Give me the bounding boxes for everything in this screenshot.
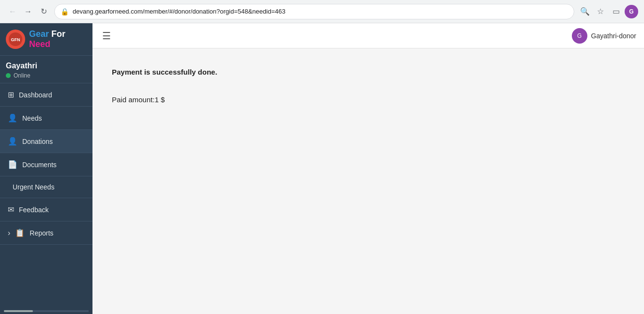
status-label: Online [14,72,31,79]
url-text: devang.gearforneed.com/member/#/donor/do… [73,8,285,15]
sidebar-scrollbar-thumb [4,310,33,312]
profile-avatar[interactable]: G [625,5,638,18]
sidebar-item-label: Donations [22,138,53,145]
sidebar-item-needs[interactable]: 👤 Needs [0,107,92,130]
logo-for: For [49,29,65,39]
dashboard-icon: ⊞ [8,90,14,99]
sidebar-item-label: Urgent Needs [13,183,54,191]
forward-button[interactable]: → [21,5,35,18]
documents-icon: 📄 [8,160,17,169]
browser-actions: 🔍 ☆ ▭ G [578,5,638,18]
sidebar-item-label: Needs [22,114,42,122]
needs-icon: 👤 [8,113,17,123]
main-content: ☰ G Gayathri-donor Payment is successful… [92,23,644,314]
hamburger-button[interactable]: ☰ [100,28,113,44]
payment-success-message: Payment is successfully done. [112,68,625,76]
nav-buttons: ← → ↻ [6,5,50,18]
sidebar-item-dashboard[interactable]: ⊞ Dashboard [0,83,92,107]
browser-chrome: ← → ↻ 🔒 devang.gearforneed.com/member/#/… [0,0,644,23]
status-dot [6,73,11,78]
topbar: ☰ G Gayathri-donor [92,23,644,48]
topbar-username: Gayathri-donor [591,32,636,40]
user-status: Online [6,72,87,79]
topbar-avatar: G [572,28,587,44]
user-name: Gayathri [6,62,87,70]
sidebar-item-reports[interactable]: › 📋 Reports [0,221,92,245]
sidebar-item-urgent-needs[interactable]: Urgent Needs [0,176,92,198]
sidebar-item-label: Dashboard [19,91,52,99]
logo-gear: Gear [29,29,49,39]
topbar-user: G Gayathri-donor [572,28,636,44]
reports-icon: 📋 [15,228,25,237]
sidebar-item-donations[interactable]: 👤 Donations [0,130,92,153]
sidebar-item-label: Reports [30,229,53,237]
sidebar-user: Gayathri Online [0,56,92,83]
logo-icon: GFN [6,30,25,49]
logo-text: Gear For Need [29,29,87,49]
sidebar-scrollbar[interactable] [4,310,89,312]
sidebar: GFN Gear For Need Gayathri Online ⊞ Dash… [0,23,92,314]
reload-button[interactable]: ↻ [37,5,50,18]
page-content: Payment is successfully done. Paid amoun… [92,48,644,314]
sidebar-item-documents[interactable]: 📄 Documents [0,153,92,176]
search-button[interactable]: 🔍 [578,5,592,18]
address-bar[interactable]: 🔒 devang.gearforneed.com/member/#/donor/… [54,4,574,19]
back-button[interactable]: ← [6,5,19,18]
feedback-icon: ✉ [8,205,14,214]
sidebar-item-label: Feedback [19,206,48,214]
bookmark-button[interactable]: ☆ [594,5,607,18]
svg-text:GFN: GFN [11,37,20,42]
extensions-button[interactable]: ▭ [609,5,623,18]
sidebar-logo: GFN Gear For Need [0,23,92,56]
sidebar-item-label: Documents [22,161,57,169]
donations-icon: 👤 [8,137,17,146]
sidebar-item-feedback[interactable]: ✉ Feedback [0,198,92,221]
lock-icon: 🔒 [61,8,69,16]
app-layout: GFN Gear For Need Gayathri Online ⊞ Dash… [0,23,644,314]
expand-reports-icon: › [8,229,10,237]
sidebar-nav: ⊞ Dashboard 👤 Needs 👤 Donations 📄 Docume… [0,83,92,308]
paid-amount: Paid amount:1 $ [112,95,625,104]
logo-need: Need [29,39,50,49]
